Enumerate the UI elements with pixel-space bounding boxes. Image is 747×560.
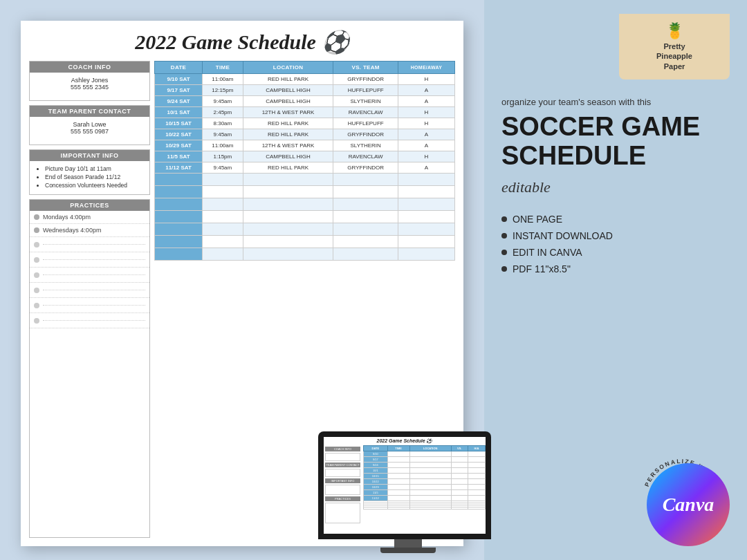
table-empty-date-12 — [155, 211, 203, 223]
feature-edit-canva: EDIT IN CANVA — [501, 247, 730, 258]
table-time-3: 2:45pm — [203, 107, 243, 118]
table-empty-date-11 — [155, 198, 203, 211]
table-empty-loc-10 — [243, 186, 333, 198]
table-empty-time-11 — [203, 198, 243, 211]
table-location-2: CAMPBELL HIGH — [243, 96, 333, 107]
practice-empty-dot-5 — [34, 303, 39, 308]
table-ha-7: H — [398, 151, 454, 162]
table-empty-time-9 — [203, 174, 243, 186]
bullet-1 — [501, 216, 507, 222]
table-empty-loc-11 — [243, 198, 333, 211]
table-ha-1: A — [398, 85, 454, 96]
table-empty-ha-10 — [398, 186, 454, 198]
important-info-list: Picture Day 10/1 at 11am End of Season P… — [37, 165, 145, 189]
table-ha-5: A — [398, 129, 454, 140]
title-text: 2022 Game Schedule — [135, 30, 316, 54]
table-date-7: 11/5 SAT — [155, 151, 203, 162]
table-empty-vs-14 — [333, 236, 398, 248]
important-info-body: Picture Day 10/1 at 11am End of Season P… — [30, 161, 149, 194]
practices-header: PRACTICES — [30, 200, 149, 211]
monitor-base — [380, 548, 436, 553]
practice-empty-dot-3 — [34, 272, 39, 278]
left-panel: 2022 Game Schedule ⚽ COACH INFO Ashley J… — [0, 0, 484, 560]
practice-dot-2 — [34, 227, 39, 233]
feature-pdf-size: PDF 11"x8.5" — [501, 263, 730, 274]
table-time-7: 1:15pm — [203, 151, 243, 162]
practice-empty-5 — [30, 298, 149, 313]
table-date-6: 10/29 SAT — [155, 140, 203, 151]
table-vs-2: SLYTHERIN — [333, 96, 398, 107]
practice-empty-4 — [30, 283, 149, 298]
team-parent-header: TEAM PARENT CONTACT — [30, 106, 149, 117]
practice-empty-dot-1 — [34, 242, 39, 248]
table-empty-vs-11 — [333, 198, 398, 211]
practice-empty-dot-6 — [34, 318, 39, 324]
table-date-5: 10/22 SAT — [155, 129, 203, 140]
table-ha-8: A — [398, 162, 454, 174]
coach-name: Ashley Jones — [34, 77, 145, 84]
practice-dot-1 — [34, 214, 39, 220]
monitor-display: 2022 Game Schedule ⚽ COACH INFO TEAM PAR… — [324, 437, 486, 534]
table-time-1: 12:15pm — [203, 85, 243, 96]
table-empty-date-13 — [155, 223, 203, 236]
table-location-0: RED HILL PARK — [243, 74, 333, 85]
parent-phone: 555 555 0987 — [34, 128, 145, 135]
table-date-3: 10/1 SAT — [155, 107, 203, 118]
brand-badge: 🍍 PrettyPineapplePaper — [619, 14, 730, 80]
table-empty-time-15 — [203, 248, 243, 261]
table-time-2: 9:45am — [203, 96, 243, 107]
canva-section: PERSONALIZE WITH ✦ PERSONALIZE WITH ✦ Ca… — [501, 456, 730, 546]
table-vs-1: HUFFLEPUFF — [333, 85, 398, 96]
table-location-6: 12TH & WEST PARK — [243, 140, 333, 151]
important-item-3: Concession Volunteers Needed — [45, 182, 145, 189]
practice-empty-dot-4 — [34, 288, 39, 293]
main-product-title: SOCCER GAMESCHEDULE — [501, 113, 730, 171]
table-empty-loc-9 — [243, 174, 333, 186]
right-content: organize your team's season with this SO… — [501, 97, 730, 546]
table-ha-6: A — [398, 140, 454, 151]
table-empty-ha-12 — [398, 211, 454, 223]
monitor-mini-table: DATE TIME LOCATION VS. H/A 9/10 9/17 — [363, 445, 486, 510]
table-empty-vs-15 — [333, 248, 398, 261]
feature-one-page: ONE PAGE — [501, 214, 730, 225]
parent-name: Sarah Lowe — [34, 121, 145, 128]
schedule-table: DATE TIME LOCATION VS. TEAM HOME/AWAY 9/… — [154, 61, 455, 261]
table-empty-loc-15 — [243, 248, 333, 261]
table-vs-8: GRYFFINDOR — [333, 162, 398, 174]
table-empty-vs-13 — [333, 223, 398, 236]
bullet-2 — [501, 233, 507, 239]
table-empty-date-14 — [155, 236, 203, 248]
table-empty-time-13 — [203, 223, 243, 236]
practice-empty-2 — [30, 252, 149, 268]
table-empty-time-10 — [203, 186, 243, 198]
table-location-8: RED HILL PARK — [243, 162, 333, 174]
feature-instant-download: INSTANT DOWNLOAD — [501, 230, 730, 241]
col-home-away: HOME/AWAY — [398, 62, 454, 74]
table-empty-loc-14 — [243, 236, 333, 248]
table-vs-0: GRYFFINDOR — [333, 74, 398, 85]
brand-name: PrettyPineapplePaper — [633, 41, 716, 71]
soccer-ball-icon: ⚽ — [322, 29, 349, 55]
table-empty-date-10 — [155, 186, 203, 198]
monitor-neck — [394, 539, 422, 548]
important-item-1: Picture Day 10/1 at 11am — [45, 165, 145, 172]
table-empty-vs-9 — [333, 174, 398, 186]
table-location-7: CAMPBELL HIGH — [243, 151, 333, 162]
bullet-4 — [501, 266, 507, 272]
table-location-5: RED HILL PARK — [243, 129, 333, 140]
right-panel: 🍍 PrettyPineapplePaper organize your tea… — [484, 0, 747, 560]
editable-label: editable — [501, 178, 730, 196]
practice-empty-dot-2 — [34, 257, 39, 263]
table-time-6: 11:00am — [203, 140, 243, 151]
personalize-badge: PERSONALIZE WITH ✦ PERSONALIZE WITH ✦ Ca… — [640, 456, 730, 546]
practice-empty-1 — [30, 237, 149, 252]
practice-item-2: Wednesdays 4:00pm — [30, 224, 149, 237]
table-time-4: 8:30am — [203, 118, 243, 129]
monitor-screen: 2022 Game Schedule ⚽ COACH INFO TEAM PAR… — [318, 431, 491, 539]
table-vs-4: HUFFLEPUFF — [333, 118, 398, 129]
table-empty-time-12 — [203, 211, 243, 223]
table-empty-time-14 — [203, 236, 243, 248]
canva-logo: Canva — [663, 494, 714, 516]
col-time: TIME — [203, 62, 243, 74]
table-ha-0: H — [398, 74, 454, 85]
